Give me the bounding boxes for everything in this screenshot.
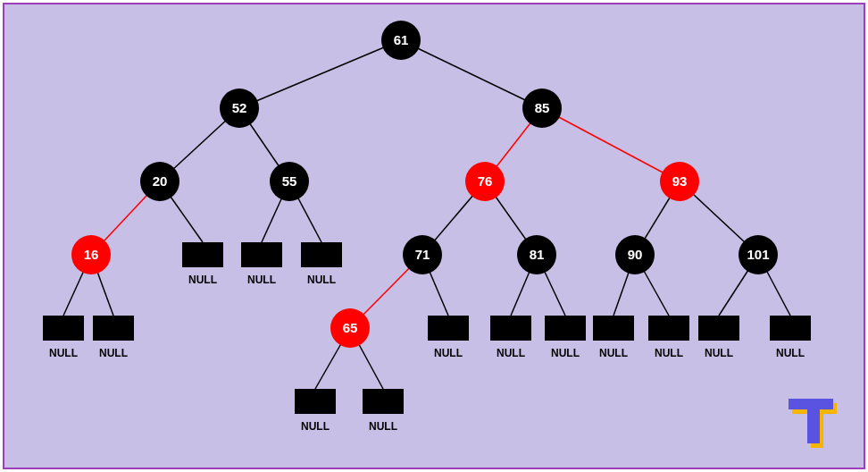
tree-node-label: 65 bbox=[343, 320, 358, 335]
null-label: NULL bbox=[49, 347, 78, 359]
tree-node-label: 90 bbox=[628, 247, 643, 262]
tree-node-label: 16 bbox=[84, 247, 99, 262]
null-label: NULL bbox=[301, 420, 330, 433]
null-label: NULL bbox=[369, 420, 397, 433]
null-leaf bbox=[545, 316, 586, 341]
null-label: NULL bbox=[497, 347, 525, 359]
edge bbox=[401, 40, 542, 108]
nodes-layer: 615285205576931671819010165 bbox=[71, 21, 778, 348]
null-leaf bbox=[301, 242, 342, 267]
tree-node-label: 61 bbox=[394, 32, 409, 47]
null-label: NULL bbox=[247, 274, 276, 286]
null-leaf bbox=[93, 316, 134, 341]
null-leaf bbox=[295, 389, 336, 414]
null-label: NULL bbox=[599, 347, 628, 359]
svg-rect-3 bbox=[807, 399, 820, 443]
edge bbox=[239, 40, 401, 108]
rb-tree-diagram: NULLNULLNULLNULLNULLNULLNULLNULLNULLNULL… bbox=[4, 4, 864, 468]
null-leaf bbox=[363, 389, 404, 414]
tree-node-label: 85 bbox=[535, 100, 550, 115]
tree-node-label: 76 bbox=[478, 173, 493, 189]
tree-node-label: 71 bbox=[415, 247, 430, 262]
null-label: NULL bbox=[655, 347, 683, 359]
null-label: NULL bbox=[776, 347, 805, 359]
null-label: NULL bbox=[705, 347, 733, 359]
null-leaf bbox=[182, 242, 223, 267]
diagram-frame: NULLNULLNULLNULLNULLNULLNULLNULLNULLNULL… bbox=[3, 3, 865, 469]
null-leaf bbox=[698, 316, 739, 341]
null-label: NULL bbox=[307, 274, 336, 286]
null-label: NULL bbox=[99, 347, 128, 359]
null-label: NULL bbox=[551, 347, 580, 359]
null-leaf bbox=[490, 316, 531, 341]
null-leaf bbox=[770, 316, 811, 341]
null-leaf bbox=[593, 316, 634, 341]
tree-node-label: 101 bbox=[747, 247, 769, 262]
null-leaf bbox=[428, 316, 469, 341]
null-label: NULL bbox=[188, 274, 217, 286]
tree-node-label: 55 bbox=[282, 173, 297, 189]
tree-node-label: 20 bbox=[153, 173, 168, 189]
null-leaf bbox=[648, 316, 689, 341]
tree-node-label: 52 bbox=[232, 100, 247, 115]
null-leaf bbox=[43, 316, 84, 341]
null-leaf bbox=[241, 242, 282, 267]
null-label: NULL bbox=[434, 347, 463, 359]
site-logo bbox=[787, 396, 839, 450]
tree-node-label: 81 bbox=[530, 247, 545, 262]
tree-node-label: 93 bbox=[672, 173, 688, 189]
edge bbox=[542, 108, 680, 181]
